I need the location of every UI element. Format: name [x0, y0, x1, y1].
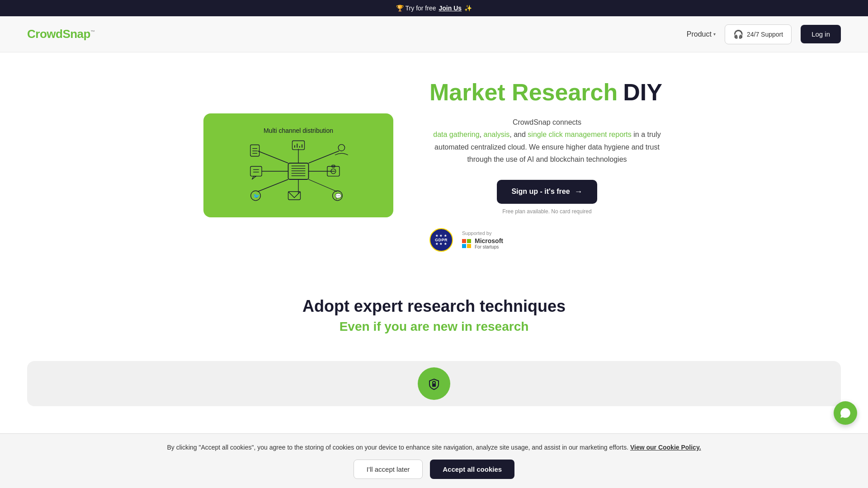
svg-rect-31: [250, 145, 259, 156]
section2-subtitle: Even if you are new in research: [36, 319, 832, 334]
gdpr-text: GDPR: [435, 238, 448, 242]
hero-description: CrowdSnap connects data gathering, analy…: [429, 116, 665, 165]
svg-rect-19: [250, 167, 262, 177]
banner-text-after: ✨: [464, 5, 472, 12]
data-gathering-link[interactable]: data gathering: [433, 131, 479, 138]
product-arrow-icon: ▾: [713, 32, 716, 37]
ms-square-red: [462, 239, 466, 243]
section2-title: Adopt expert research techniques: [36, 297, 832, 316]
logo-tm: ™: [90, 29, 95, 34]
svg-line-10: [258, 151, 288, 163]
hero-image-title: Multi channel distribution: [264, 127, 333, 134]
gdpr-badge: ★ ★ ★ GDPR ★ ★ ★: [429, 228, 453, 252]
svg-line-13: [309, 179, 337, 192]
banner-text-before: 🏆 Try for free: [396, 5, 436, 12]
navbar: CrowdSnap™ Product ▾ 🎧 24/7 Support Log …: [0, 16, 868, 52]
support-button[interactable]: 🎧 24/7 Support: [725, 24, 792, 44]
hero-image-box: Multi channel distribution: [203, 113, 393, 217]
support-label: 24/7 Support: [747, 31, 783, 38]
hero-right: Market Research DIY CrowdSnap connects d…: [429, 80, 665, 252]
svg-line-12: [258, 179, 288, 192]
svg-rect-0: [288, 163, 309, 179]
connects-text: CrowdSnap connects: [513, 118, 581, 126]
logo[interactable]: CrowdSnap™: [27, 27, 94, 41]
hero-section: Multi channel distribution: [118, 52, 750, 270]
ms-squares: [462, 239, 471, 248]
svg-text:💬: 💬: [335, 193, 342, 199]
svg-text:🐦: 🐦: [253, 193, 260, 199]
analysis-link[interactable]: analysis: [483, 131, 509, 138]
signup-label: Sign up - it's free: [511, 188, 570, 196]
gdpr-stars-bottom: ★ ★ ★: [435, 242, 448, 246]
svg-rect-14: [292, 141, 305, 150]
section2: Adopt expert research techniques Even if…: [0, 270, 868, 352]
supported-by-text: Supported by: [462, 230, 503, 236]
logo-part2: Snap: [62, 27, 90, 41]
svg-marker-20: [252, 176, 256, 179]
cta-wrapper: Sign up - it's free → Free plan availabl…: [429, 180, 665, 215]
chat-icon: [840, 407, 851, 415]
svg-point-35: [338, 145, 344, 151]
microsoft-badge: Supported by Microsoft For startups: [462, 230, 503, 249]
support-badges: ★ ★ ★ GDPR ★ ★ ★ Supported by Microsoft …: [429, 228, 665, 252]
hero-title: Market Research DIY: [429, 80, 665, 105]
hero-title-colored: Market Research: [429, 80, 618, 105]
ms-text: Microsoft For startups: [475, 238, 503, 249]
security-icon-circle: [418, 367, 450, 400]
login-button[interactable]: Log in: [801, 25, 841, 43]
free-plan-note: Free plan available. No card required: [502, 208, 591, 215]
gdpr-stars: ★ ★ ★: [435, 234, 448, 238]
lock-shield-icon: [426, 375, 442, 392]
product-menu-button[interactable]: Product ▾: [687, 30, 716, 38]
reports-link[interactable]: single click management reports: [528, 131, 631, 138]
ms-logo-text: Microsoft: [475, 238, 503, 244]
nav-right: Product ▾ 🎧 24/7 Support Log in: [687, 24, 841, 44]
hero-title-dark: DIY: [623, 80, 662, 105]
top-banner: 🏆 Try for free Join Us ✨: [0, 0, 868, 16]
signup-arrow-icon: →: [575, 187, 583, 197]
ms-square-green: [467, 239, 471, 243]
ms-square-blue: [462, 244, 466, 248]
support-icon: 🎧: [733, 29, 743, 39]
distribution-diagram: 🐦 💬: [212, 139, 384, 204]
ms-logo: Microsoft For startups: [462, 238, 503, 249]
section3-card: [27, 361, 841, 406]
ms-logo-sub: For startups: [475, 244, 503, 249]
signup-button[interactable]: Sign up - it's free →: [497, 180, 597, 204]
svg-line-11: [309, 151, 340, 163]
logo-part1: Crowd: [27, 27, 62, 41]
ms-square-yellow: [467, 244, 471, 248]
hero-left: Multi channel distribution: [203, 113, 393, 217]
banner-join-link[interactable]: Join Us: [439, 5, 462, 12]
and-text: and: [514, 131, 526, 138]
product-label: Product: [687, 30, 712, 38]
